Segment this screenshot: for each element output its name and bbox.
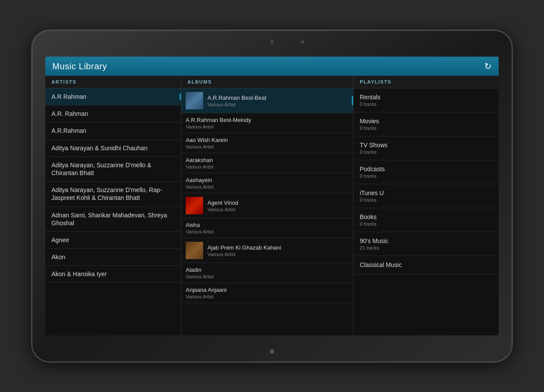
album-info: AishaVarious Artist: [186, 222, 349, 234]
album-info: Aao Wish KareinVarious Artist: [186, 137, 349, 149]
album-info: A.R.Rahman Best-BeatVarious Artist: [207, 95, 349, 107]
playlists-list: Rentals0 tracksMovies0 tracksTV Shows0 t…: [354, 88, 499, 335]
album-thumbnail: [186, 197, 203, 214]
playlists-column: PLAYLISTS Rentals0 tracksMovies0 tracksT…: [354, 76, 499, 335]
playlist-name: TV Shows: [360, 142, 493, 149]
album-artist: Various Artist: [186, 274, 349, 279]
playlist-item[interactable]: Movies0 tracks: [354, 112, 499, 136]
playlist-name: iTunes U: [360, 189, 493, 196]
album-artist: Various Artist: [207, 252, 349, 257]
album-name: Ajab Prem Ki Ghazab Kahani: [207, 244, 349, 251]
album-info: Ajab Prem Ki Ghazab KahaniVarious Artist: [207, 244, 349, 257]
playlist-item[interactable]: iTunes U0 tracks: [354, 184, 499, 208]
album-name: A.R.Rahman Best-Melody: [186, 117, 349, 123]
playlist-name: Classical Music: [360, 261, 493, 268]
playlist-item[interactable]: Podcasts0 tracks: [354, 160, 499, 184]
album-artist: Various Artist: [186, 124, 349, 129]
album-artist: Various Artist: [186, 164, 349, 169]
title-bar: Music Library ↻: [45, 57, 499, 76]
playlist-tracks: 0 tracks: [360, 221, 493, 226]
app-title: Music Library: [52, 61, 107, 71]
refresh-button[interactable]: ↻: [484, 61, 492, 71]
album-info: AladinVarious Artist: [186, 267, 349, 279]
album-thumbnail: [186, 242, 203, 259]
album-item[interactable]: Anjaana AnjaaniVarious Artist: [181, 283, 353, 303]
tablet-screen: Music Library ↻ ARTISTS A.R RahmanA.R. R…: [45, 57, 499, 335]
artist-item[interactable]: A.R.Rahman: [45, 122, 181, 139]
playlist-item[interactable]: 90's Music21 tracks: [354, 232, 499, 256]
artists-list: A.R RahmanA.R. RahmanA.R.RahmanAditya Na…: [45, 88, 181, 335]
album-item[interactable]: AarakshanVarious Artist: [181, 153, 353, 173]
album-name: Aladin: [186, 267, 349, 273]
albums-column: ALBUMS A.R.Rahman Best-BeatVarious Artis…: [181, 76, 354, 335]
playlist-item[interactable]: Books0 tracks: [354, 208, 499, 232]
album-info: AarakshanVarious Artist: [186, 157, 349, 169]
artist-item[interactable]: Aditya Narayan, Suzzanne D'mello & Chira…: [45, 157, 181, 182]
playlist-name: 90's Music: [360, 237, 493, 244]
content-area: ARTISTS A.R RahmanA.R. RahmanA.R.RahmanA…: [45, 76, 499, 335]
album-info: Agent VinodVarious Artist: [207, 199, 349, 212]
album-name: Aarakshan: [186, 157, 349, 163]
artist-item[interactable]: Akon & Hansika Iyer: [45, 266, 181, 283]
artist-item[interactable]: A.R. Rahman: [45, 105, 181, 122]
album-info: Anjaana AnjaaniVarious Artist: [186, 287, 349, 299]
album-name: Anjaana Anjaani: [186, 287, 349, 293]
artists-header: ARTISTS: [45, 76, 181, 88]
playlist-tracks: 0 tracks: [360, 197, 493, 203]
album-item[interactable]: Agent VinodVarious Artist: [181, 193, 353, 218]
playlist-name: Rentals: [360, 94, 493, 101]
album-artist: Various Artist: [207, 102, 349, 107]
album-item[interactable]: AladinVarious Artist: [181, 263, 353, 283]
artist-item[interactable]: Agnee: [45, 232, 181, 249]
playlist-item[interactable]: TV Shows0 tracks: [354, 136, 499, 160]
playlist-tracks: 0 tracks: [360, 149, 493, 155]
albums-header: ALBUMS: [181, 76, 353, 88]
album-item[interactable]: AishaVarious Artist: [181, 218, 353, 238]
album-item[interactable]: Aao Wish KareinVarious Artist: [181, 133, 353, 153]
tablet-frame: Music Library ↻ ARTISTS A.R RahmanA.R. R…: [32, 30, 512, 362]
album-name: Aashayein: [186, 177, 349, 183]
album-info: AashayeinVarious Artist: [186, 177, 349, 189]
playlist-item[interactable]: Classical Music: [354, 256, 499, 275]
album-info: A.R.Rahman Best-MelodyVarious Artist: [186, 117, 349, 129]
playlist-tracks: 21 tracks: [360, 245, 493, 250]
playlists-header: PLAYLISTS: [354, 76, 499, 88]
playlist-tracks: 0 tracks: [360, 173, 493, 179]
artist-item[interactable]: Aditya Narayan & Sunidhi Chauhan: [45, 140, 181, 157]
album-artist: Various Artist: [186, 294, 349, 299]
album-item[interactable]: A.R.Rahman Best-MelodyVarious Artist: [181, 113, 353, 133]
albums-list: A.R.Rahman Best-BeatVarious ArtistA.R.Ra…: [181, 88, 353, 335]
artist-item[interactable]: Akon: [45, 249, 181, 266]
playlist-tracks: 0 tracks: [360, 101, 493, 107]
artist-item[interactable]: A.R Rahman: [45, 88, 181, 105]
artist-item[interactable]: Aditya Narayan, Suzzanne D'mello, Rap-Ja…: [45, 182, 181, 206]
album-name: A.R.Rahman Best-Beat: [207, 95, 349, 101]
artists-column: ARTISTS A.R RahmanA.R. RahmanA.R.RahmanA…: [45, 76, 181, 335]
album-artist: Various Artist: [186, 184, 349, 189]
album-item[interactable]: AashayeinVarious Artist: [181, 173, 353, 193]
artist-item[interactable]: Adnan Sami, Shankar Mahadevan, Shreya Gh…: [45, 207, 181, 232]
album-artist: Various Artist: [186, 229, 349, 234]
playlist-name: Podcasts: [360, 166, 493, 172]
playlist-name: Books: [360, 213, 493, 220]
album-item[interactable]: Ajab Prem Ki Ghazab KahaniVarious Artist: [181, 238, 353, 263]
album-name: Agent Vinod: [207, 199, 349, 206]
album-name: Aao Wish Karein: [186, 137, 349, 143]
album-thumbnail: [186, 92, 203, 109]
album-artist: Various Artist: [207, 207, 349, 212]
album-artist: Various Artist: [186, 144, 349, 149]
playlist-name: Movies: [360, 118, 493, 125]
album-name: Aisha: [186, 222, 349, 228]
playlist-tracks: 0 tracks: [360, 125, 493, 131]
playlist-item[interactable]: Rentals0 tracks: [354, 88, 499, 112]
album-item[interactable]: A.R.Rahman Best-BeatVarious Artist: [181, 88, 353, 113]
